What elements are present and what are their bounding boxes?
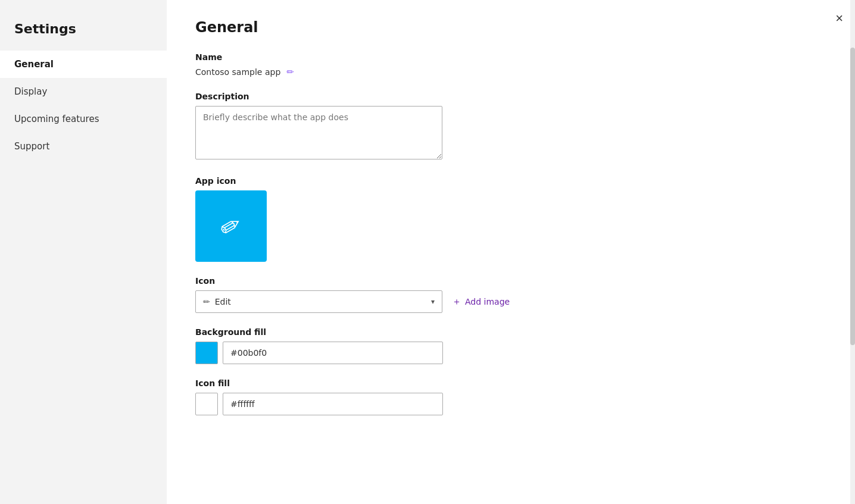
plus-icon: ＋ bbox=[452, 296, 461, 308]
app-icon-pencil-icon: ✏ bbox=[214, 208, 247, 244]
sidebar-item-general[interactable]: General bbox=[0, 51, 167, 78]
sidebar-item-display[interactable]: Display bbox=[0, 78, 167, 105]
sidebar-item-support[interactable]: Support bbox=[0, 133, 167, 160]
scrollbar-track bbox=[850, 0, 855, 504]
icon-color-input[interactable] bbox=[223, 393, 443, 415]
scrollbar-thumb[interactable] bbox=[850, 48, 855, 345]
name-section: Name Contoso sample app ✏ bbox=[195, 52, 826, 77]
main-panel: × General Name Contoso sample app ✏ Desc… bbox=[167, 0, 855, 504]
name-edit-icon[interactable]: ✏ bbox=[286, 67, 294, 77]
icon-fill-section: Icon fill bbox=[195, 378, 826, 415]
background-fill-section: Background fill bbox=[195, 327, 826, 364]
name-label: Name bbox=[195, 52, 826, 62]
icon-label: Icon bbox=[195, 276, 826, 286]
add-image-label: Add image bbox=[465, 297, 510, 306]
close-button[interactable]: × bbox=[835, 12, 843, 25]
background-color-swatch[interactable] bbox=[195, 342, 218, 364]
icon-section: Icon ✏ Edit ▾ ＋ Add image bbox=[195, 276, 826, 313]
chevron-down-icon: ▾ bbox=[431, 298, 435, 306]
icon-fill-row bbox=[195, 393, 826, 415]
name-value: Contoso sample app bbox=[195, 67, 280, 77]
icon-row: ✏ Edit ▾ ＋ Add image bbox=[195, 290, 826, 313]
icon-dropdown-pencil-icon: ✏ bbox=[203, 297, 210, 306]
description-section: Description bbox=[195, 92, 826, 162]
sidebar: Settings General Display Upcoming featur… bbox=[0, 0, 167, 504]
icon-fill-label: Icon fill bbox=[195, 378, 826, 388]
icon-dropdown[interactable]: ✏ Edit ▾ bbox=[195, 290, 442, 313]
background-fill-label: Background fill bbox=[195, 327, 826, 337]
background-color-input[interactable] bbox=[223, 342, 443, 364]
background-fill-row bbox=[195, 342, 826, 364]
panel-title: General bbox=[195, 19, 826, 36]
app-icon-label: App icon bbox=[195, 176, 826, 186]
add-image-button[interactable]: ＋ Add image bbox=[452, 296, 510, 308]
description-label: Description bbox=[195, 92, 826, 101]
name-row: Contoso sample app ✏ bbox=[195, 67, 826, 77]
description-textarea[interactable] bbox=[195, 106, 442, 159]
sidebar-item-upcoming-features[interactable]: Upcoming features bbox=[0, 105, 167, 133]
icon-color-swatch[interactable] bbox=[195, 393, 218, 415]
app-icon-box[interactable]: ✏ bbox=[195, 190, 267, 262]
app-icon-section: App icon ✏ bbox=[195, 176, 826, 262]
settings-title: Settings bbox=[0, 12, 167, 51]
icon-dropdown-value: Edit bbox=[215, 297, 231, 306]
